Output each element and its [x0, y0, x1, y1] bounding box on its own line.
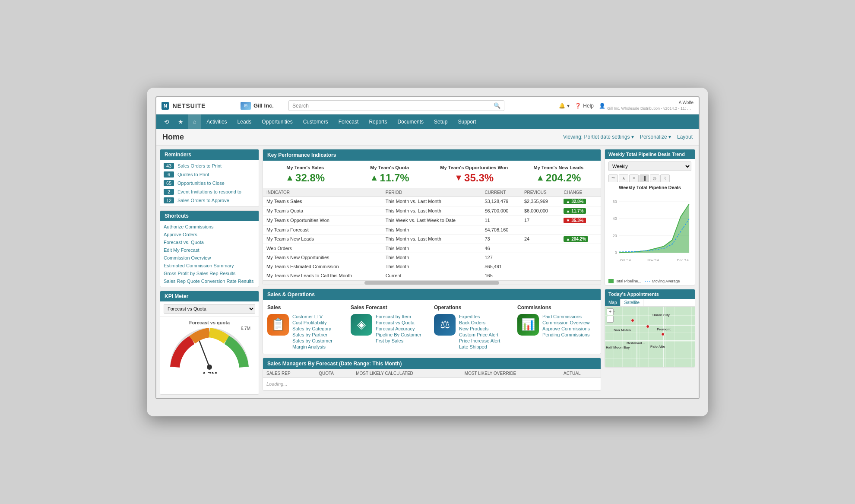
kpi-table-scrollbar[interactable] [263, 280, 601, 285]
link-sales-partner[interactable]: Sales by Partner [292, 332, 332, 337]
nav-setup[interactable]: Setup [429, 114, 453, 129]
link-sales-category[interactable]: Sales by Category [292, 326, 332, 331]
search-input[interactable] [292, 103, 491, 109]
list-item[interactable]: 2 Event Invitations to respond to [160, 187, 259, 196]
link-pending-commissions[interactable]: Pending Commissions [542, 332, 590, 337]
list-item[interactable]: 43 Sales Orders to Print [160, 162, 259, 170]
link-sales-customer[interactable]: Sales by Customer [292, 338, 332, 343]
chart-type-line[interactable]: 〜 [608, 174, 618, 182]
list-item[interactable]: 65 Opportunities to Close [160, 179, 259, 187]
chart-type-bar[interactable]: ≡ [629, 174, 639, 182]
nav-opportunities[interactable]: Opportunities [256, 114, 298, 129]
map-zoom-in[interactable]: + [607, 308, 614, 315]
list-item[interactable]: 6 Quotes to Print [160, 170, 259, 179]
indicator-cell[interactable]: My Team's New Opportunities [263, 253, 382, 262]
chart-type-column[interactable]: ▐ [640, 174, 649, 182]
help-button[interactable]: ❓ Help [575, 103, 594, 109]
search-bar[interactable]: 🔍 [288, 100, 504, 111]
table-row: Web Orders This Month 46 [263, 244, 601, 253]
period-cell[interactable]: Current [382, 271, 481, 280]
link-back-orders[interactable]: Back Orders [459, 320, 500, 325]
shortcut-gross-profit[interactable]: Gross Profit by Sales Rep Results [164, 269, 255, 277]
nav-leads[interactable]: Leads [232, 114, 257, 129]
period-cell[interactable]: This Week vs. Last Week to Date [382, 216, 481, 225]
shortcut-edit-my-forecast[interactable]: Edit My Forecast [164, 246, 255, 254]
nav-reports[interactable]: Reports [364, 114, 392, 129]
map-pin-2 [646, 325, 649, 328]
indicator-cell[interactable]: My Team's Forecast [263, 225, 382, 234]
kpi-meter-select[interactable]: Forecast vs Quota Sales vs Quota Pipelin… [164, 304, 255, 314]
period-cell[interactable]: This Month vs. Last Month [382, 206, 481, 216]
company-badge[interactable]: ⊞ Gill Inc. [236, 101, 283, 111]
map-tab-map[interactable]: Map [605, 299, 621, 306]
link-approve-commissions[interactable]: Approve Commissions [542, 326, 590, 331]
period-cell[interactable]: This Month [382, 225, 481, 234]
reminder-label[interactable]: Sales Orders to Approve [177, 198, 229, 203]
period-cell[interactable]: This Month [382, 253, 481, 262]
shortcut-forecast-vs-quota[interactable]: Forecast vs. Quota [164, 238, 255, 246]
nav-home-button[interactable]: ⌂ [188, 114, 201, 129]
reminder-label[interactable]: Quotes to Print [177, 172, 209, 177]
link-customer-ltv[interactable]: Customer LTV [292, 314, 332, 319]
link-commission-overview[interactable]: Commission Overview [542, 320, 590, 325]
portlet-date-settings[interactable]: Viewing: Portlet date settings ▾ [563, 134, 634, 140]
link-cust-profitability[interactable]: Cust Profitability [292, 320, 332, 325]
search-icon[interactable]: 🔍 [494, 102, 500, 109]
reminder-label[interactable]: Event Invitations to respond to [177, 189, 241, 194]
change-cell: ▲ 204.2% [560, 234, 601, 244]
chart-type-wave[interactable]: ⌇ [660, 174, 670, 182]
map-zoom-out[interactable]: − [607, 316, 614, 323]
link-price-increase[interactable]: Price Increase Alert [459, 338, 500, 343]
nav-home-icon[interactable]: ⟲ [160, 115, 174, 129]
indicator-cell[interactable]: My Team's Sales [263, 197, 382, 206]
link-forecast-item[interactable]: Forecast by Item [376, 314, 421, 319]
chart-type-donut[interactable]: ◎ [650, 174, 659, 182]
shortcut-approve-orders[interactable]: Approve Orders [164, 231, 255, 238]
nav-favorites-icon[interactable]: ★ [174, 115, 188, 129]
nav-activities[interactable]: Activities [201, 114, 232, 129]
period-cell[interactable]: This Month [382, 262, 481, 271]
link-late-shipped[interactable]: Late Shipped [459, 344, 500, 349]
shortcut-authorize-commissions[interactable]: Authorize Commissions [164, 223, 255, 231]
list-item[interactable]: 12 Sales Orders to Approve [160, 196, 259, 205]
period-cell[interactable]: This Month vs. Last Month [382, 197, 481, 206]
link-forecast-accuracy[interactable]: Forecast Accuracy [376, 326, 421, 331]
link-expedites[interactable]: Expedites [459, 314, 500, 319]
pipeline-period-select[interactable]: Weekly Monthly Quarterly [608, 162, 691, 171]
nav-support[interactable]: Support [453, 114, 481, 129]
link-new-products[interactable]: New Products [459, 326, 500, 331]
link-pipeline-customer[interactable]: Pipeline By Customer [376, 332, 421, 337]
change-cell [560, 271, 601, 280]
kpi-value: ▼ 35.3% [436, 172, 512, 184]
indicator-cell[interactable]: My Team's Opportunities Won [263, 216, 382, 225]
shortcut-estimated-commission[interactable]: Estimated Commission Summary [164, 262, 255, 269]
notifications-bell[interactable]: 🔔▾ [559, 103, 570, 109]
indicator-cell[interactable]: My Team's Estimated Commission [263, 262, 382, 271]
indicator-cell[interactable]: My Team's New Leads [263, 234, 382, 244]
nav-documents[interactable]: Documents [392, 114, 429, 129]
svg-text:Dec '14: Dec '14 [677, 258, 689, 262]
layout-button[interactable]: Layout [677, 134, 693, 140]
link-margin-analysis[interactable]: Margin Analysis [292, 344, 332, 349]
reminder-label[interactable]: Opportunities to Close [177, 181, 225, 186]
indicator-cell[interactable]: My Team's New Leads to Call this Month [263, 271, 382, 280]
chart-type-area[interactable]: ∧ [619, 174, 628, 182]
link-custom-price[interactable]: Custom Price Alert [459, 332, 500, 337]
right-panel: Weekly Total Pipeline Deals Trend Weekly… [605, 149, 695, 395]
shortcut-conversion-rate[interactable]: Sales Rep Quote Conversion Rate Results [164, 277, 255, 285]
nav-customers[interactable]: Customers [298, 114, 333, 129]
link-frst-sales[interactable]: Frst by Sales [376, 338, 421, 343]
shortcut-commission-overview[interactable]: Commission Overview [164, 254, 255, 262]
period-cell[interactable]: This Month [382, 244, 481, 253]
link-paid-commissions[interactable]: Paid Commissions [542, 314, 590, 319]
reminder-label[interactable]: Sales Orders to Print [177, 163, 222, 168]
user-menu[interactable]: 👤 A Wolfe Gill Inc. Wholesale Distributi… [599, 100, 694, 111]
period-cell[interactable]: This Month vs. Last Month [382, 234, 481, 244]
kpi-cards-row: My Team's Sales ▲ 32.8% My Team's Quota … [263, 161, 601, 188]
indicator-cell[interactable]: My Team's Quota [263, 206, 382, 216]
personalize-button[interactable]: Personalize ▾ [640, 134, 671, 140]
map-tab-satellite[interactable]: Satellite [621, 299, 643, 306]
indicator-cell[interactable]: Web Orders [263, 244, 382, 253]
link-forecast-quota[interactable]: Forecast vs Quota [376, 320, 421, 325]
nav-forecast[interactable]: Forecast [333, 114, 364, 129]
